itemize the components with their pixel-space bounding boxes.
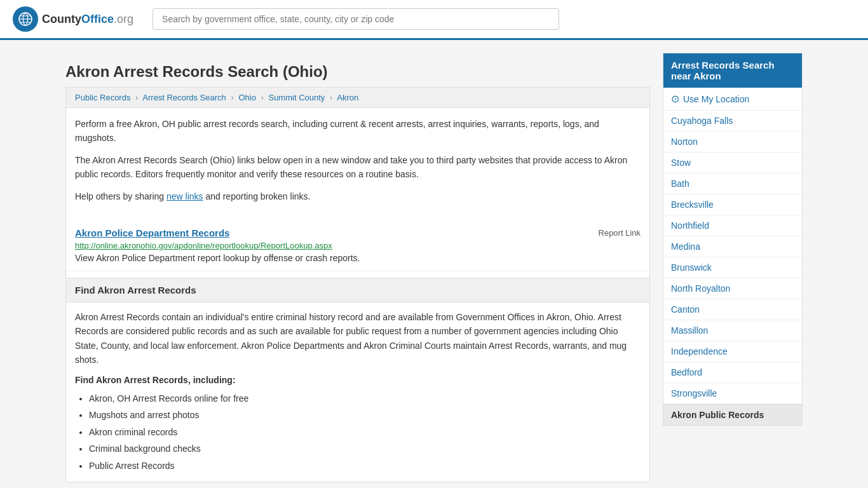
intro-p1: Perform a free Akron, OH public arrest r…	[75, 117, 641, 146]
sidebar-city-item: Brecksville	[663, 194, 802, 215]
sidebar-city-item: Norton	[663, 132, 802, 152]
sidebar-city-link[interactable]: Stow	[663, 152, 802, 173]
record-description: View Akron Police Department report look…	[75, 253, 641, 263]
sidebar-city-item: Massillon	[663, 320, 802, 341]
sidebar-city-item: Independence	[663, 341, 802, 362]
sidebar-city-list: Cuyahoga FallsNortonStowBathBrecksvilleN…	[663, 111, 802, 404]
sidebar-city-link[interactable]: Brunswick	[663, 257, 802, 278]
sidebar-city-link[interactable]: Norton	[663, 132, 802, 152]
find-section-body: Akron Arrest Records contain an individu…	[66, 302, 649, 482]
find-list-item: Akron, OH Arrest Records online for free	[89, 390, 641, 407]
page-title: Akron Arrest Records Search (Ohio)	[65, 53, 650, 87]
sidebar-city-link[interactable]: Bedford	[663, 362, 802, 383]
breadcrumb-arrest-records[interactable]: Arrest Records Search	[142, 93, 226, 102]
sidebar-bottom-header: Akron Public Records	[663, 404, 802, 425]
sidebar-city-item: Bedford	[663, 362, 802, 383]
site-header: CountyOffice.org	[0, 0, 868, 40]
sidebar-city-item: Stow	[663, 152, 802, 173]
sidebar-city-item: Bath	[663, 173, 802, 194]
use-location-item[interactable]: ⊙ Use My Location	[663, 88, 802, 111]
location-icon: ⊙	[671, 93, 679, 105]
intro-section: Perform a free Akron, OH public arrest r…	[66, 108, 649, 220]
find-list-item: Criminal background checks	[89, 440, 641, 458]
breadcrumb: Public Records › Arrest Records Search ›…	[66, 88, 649, 108]
sidebar-city-link[interactable]: Massillon	[663, 320, 802, 341]
breadcrumb-akron[interactable]: Akron	[337, 93, 358, 102]
record-entry: Akron Police Department Records Report L…	[66, 220, 649, 271]
find-list: Akron, OH Arrest Records online for free…	[89, 390, 641, 475]
sidebar-city-link[interactable]: Strongsville	[663, 383, 802, 403]
logo-text: CountyOffice.org	[42, 13, 133, 26]
breadcrumb-public-records[interactable]: Public Records	[75, 93, 130, 102]
sidebar-city-link[interactable]: Canton	[663, 299, 802, 320]
sidebar-city-link[interactable]: Medina	[663, 236, 802, 257]
record-title[interactable]: Akron Police Department Records	[75, 227, 229, 238]
intro-p3: Help others by sharing new links and rep…	[75, 189, 641, 203]
sidebar-city-link[interactable]: Bath	[663, 173, 802, 194]
find-section-subheader: Find Akron Arrest Records, including:	[75, 375, 641, 385]
search-input[interactable]	[153, 8, 559, 30]
use-location-link[interactable]: Use My Location	[683, 94, 749, 104]
sidebar-city-item: Brunswick	[663, 257, 802, 278]
sidebar-city-item: North Royalton	[663, 278, 802, 299]
find-list-item: Mugshots and arrest photos	[89, 407, 641, 424]
sidebar-city-item: Northfield	[663, 215, 802, 236]
record-url[interactable]: http://online.akronohio.gov/apdonline/re…	[75, 241, 641, 250]
breadcrumb-summit-county[interactable]: Summit County	[268, 93, 325, 102]
sidebar-city-link[interactable]: North Royalton	[663, 278, 802, 299]
sidebar: Arrest Records Search near Akron ⊙ Use M…	[663, 53, 803, 482]
sidebar-nearby-box: Arrest Records Search near Akron ⊙ Use M…	[663, 53, 803, 426]
sidebar-city-item: Canton	[663, 299, 802, 320]
sidebar-city-link[interactable]: Cuyahoga Falls	[663, 111, 802, 131]
find-section-header: Find Akron Arrest Records	[66, 278, 649, 302]
sidebar-nearby-header: Arrest Records Search near Akron	[663, 53, 802, 88]
content-panel: Public Records › Arrest Records Search ›…	[65, 87, 650, 482]
breadcrumb-ohio[interactable]: Ohio	[238, 93, 255, 102]
report-link[interactable]: Report Link	[599, 228, 641, 238]
sidebar-city-item: Strongsville	[663, 383, 802, 404]
sidebar-city-link[interactable]: Independence	[663, 341, 802, 362]
intro-p2: The Akron Arrest Records Search (Ohio) l…	[75, 153, 641, 182]
logo-icon	[13, 6, 38, 32]
new-links-link[interactable]: new links	[166, 191, 203, 201]
find-section-para: Akron Arrest Records contain an individu…	[75, 310, 641, 367]
sidebar-city-link[interactable]: Northfield	[663, 215, 802, 236]
find-list-item: Public Arrest Records	[89, 458, 641, 475]
sidebar-city-link[interactable]: Brecksville	[663, 194, 802, 215]
sidebar-city-item: Cuyahoga Falls	[663, 111, 802, 132]
sidebar-city-item: Medina	[663, 236, 802, 257]
logo[interactable]: CountyOffice.org	[13, 6, 133, 32]
find-list-item: Akron criminal records	[89, 424, 641, 441]
